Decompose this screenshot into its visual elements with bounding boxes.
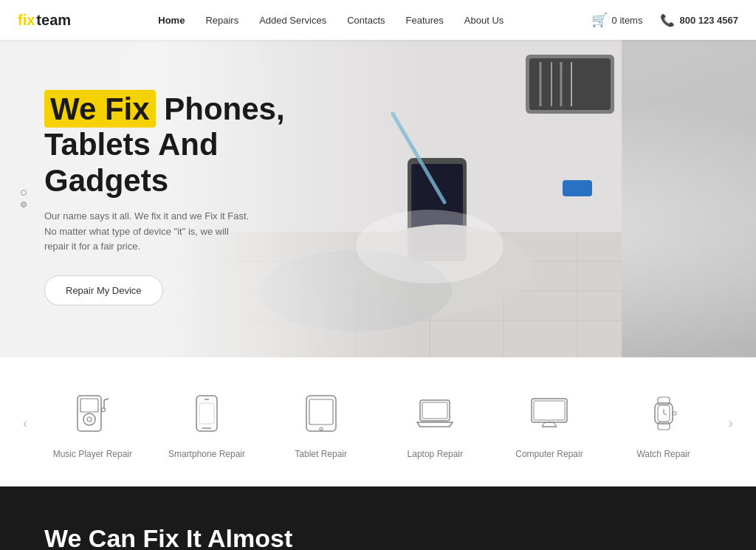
svg-rect-41 <box>534 401 565 420</box>
nav-link-added-services[interactable]: Added Services <box>259 15 326 26</box>
cart-icon: 🛒 <box>591 12 608 28</box>
service-label-tablet: Tablet Repair <box>295 449 347 459</box>
dark-section-title: We Can Fix It Almost <box>44 524 292 551</box>
hero-section: We Fix Phones,Tablets AndGadgets Our nam… <box>0 40 756 357</box>
nav-item-repairs[interactable]: Repairs <box>205 13 238 27</box>
smartphone-icon <box>180 387 233 440</box>
logo-fix: fix <box>18 12 35 29</box>
cart-button[interactable]: 🛒 0 items <box>591 12 643 28</box>
svg-rect-35 <box>306 396 336 431</box>
svg-line-45 <box>554 422 557 427</box>
svg-rect-21 <box>563 180 592 196</box>
svg-line-52 <box>664 413 667 415</box>
music-player-icon <box>66 387 119 440</box>
computer-icon <box>523 387 576 440</box>
cart-count: 0 items <box>612 15 643 26</box>
service-label-laptop: Laptop Repair <box>408 449 463 459</box>
service-item-computer[interactable]: Computer Repair <box>498 387 601 459</box>
hero-subtitle: Our name says it all. We fix it and we F… <box>44 209 251 255</box>
watch-icon <box>637 387 690 440</box>
logo[interactable]: fixteam <box>18 12 71 29</box>
slider-dot-2[interactable] <box>21 202 27 207</box>
hero-title: We Fix Phones,Tablets AndGadgets <box>44 92 285 199</box>
nav-link-about[interactable]: About Us <box>464 15 504 26</box>
svg-point-27 <box>87 417 92 422</box>
service-label-computer: Computer Repair <box>515 449 583 459</box>
slider-dots <box>21 190 27 207</box>
svg-line-44 <box>542 422 545 427</box>
nav-link-home[interactable]: Home <box>158 15 185 26</box>
service-item-smartphone[interactable]: Smartphone Repair <box>155 387 258 459</box>
phone-number: 800 123 4567 <box>679 15 738 26</box>
nav-item-about[interactable]: About Us <box>464 13 504 27</box>
services-list: Music Player Repair Smartphone Repair <box>35 387 721 459</box>
service-item-music-player[interactable]: Music Player Repair <box>41 387 144 459</box>
laptop-icon <box>408 387 461 440</box>
nav-right: 🛒 0 items 📞 800 123 4567 <box>591 12 738 28</box>
service-item-watch[interactable]: Watch Repair <box>612 387 715 459</box>
svg-rect-34 <box>199 403 214 424</box>
svg-rect-38 <box>420 400 450 421</box>
phone-icon: 📞 <box>660 13 675 27</box>
svg-point-26 <box>83 413 95 425</box>
services-inner: ‹ Music Player Repair <box>0 387 756 459</box>
slider-dot-1[interactable] <box>21 190 27 196</box>
cta-button[interactable]: Repair My Device <box>44 275 163 306</box>
nav-link-features[interactable]: Features <box>406 15 444 26</box>
nav-item-added-services[interactable]: Added Services <box>259 13 326 27</box>
svg-rect-25 <box>80 399 98 412</box>
svg-line-29 <box>104 399 109 400</box>
service-label-smartphone: Smartphone Repair <box>168 449 245 459</box>
service-item-tablet[interactable]: Tablet Repair <box>269 387 373 459</box>
svg-rect-40 <box>532 399 567 422</box>
svg-rect-39 <box>422 402 447 419</box>
nav-links: Home Repairs Added Services Contacts Fea… <box>158 13 504 27</box>
nav-item-home[interactable]: Home <box>158 13 185 27</box>
services-strip: ‹ Music Player Repair <box>0 357 756 487</box>
svg-point-37 <box>320 427 323 430</box>
svg-point-30 <box>102 408 106 412</box>
nav-link-contacts[interactable]: Contacts <box>347 15 385 26</box>
nav-item-contacts[interactable]: Contacts <box>347 13 385 27</box>
tablet-icon <box>295 387 348 440</box>
service-label-music-player: Music Player Repair <box>53 449 132 459</box>
nav-link-repairs[interactable]: Repairs <box>205 15 238 26</box>
services-prev-arrow[interactable]: ‹ <box>15 413 35 433</box>
svg-rect-36 <box>309 399 333 424</box>
logo-team: team <box>36 12 71 29</box>
hero-content: We Fix Phones,Tablets AndGadgets Our nam… <box>44 92 285 306</box>
services-next-arrow[interactable]: › <box>721 413 741 433</box>
phone-display: 📞 800 123 4567 <box>660 13 738 27</box>
hero-title-highlight: We Fix <box>44 90 156 128</box>
navbar: fixteam Home Repairs Added Services Cont… <box>0 0 756 40</box>
service-label-watch: Watch Repair <box>636 449 690 459</box>
dark-section: We Can Fix It Almost <box>0 487 756 550</box>
nav-item-features[interactable]: Features <box>406 13 444 27</box>
service-item-laptop[interactable]: Laptop Repair <box>383 387 487 459</box>
